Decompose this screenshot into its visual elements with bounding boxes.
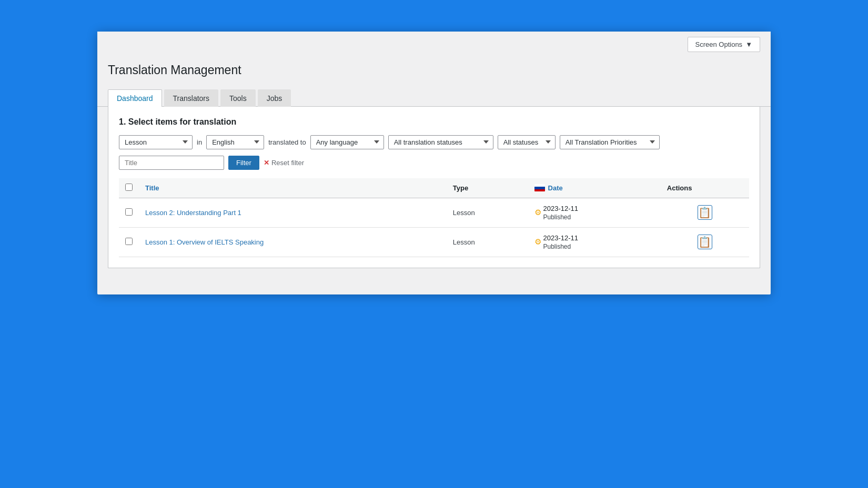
content-type-select[interactable]: Lesson — [119, 135, 193, 149]
row-status-1: Published — [543, 243, 579, 250]
row-date-1: 2023-12-11 — [543, 234, 579, 242]
row-actions-0: 📋 — [661, 198, 749, 227]
gear-status-icon-1: ⚙ — [534, 237, 541, 247]
add-translation-button-0[interactable]: 📋 — [698, 205, 712, 220]
date-column-header: Date — [528, 178, 661, 198]
screen-options-label: Screen Options — [695, 40, 743, 48]
main-content: 1. Select items for translation Lesson i… — [108, 107, 760, 268]
all-statuses-select[interactable]: All statuses — [498, 135, 556, 149]
chevron-down-icon: ▼ — [745, 40, 752, 48]
tab-jobs[interactable]: Jobs — [258, 89, 291, 107]
row-date-0: 2023-12-11 — [543, 205, 579, 212]
any-language-select[interactable]: Any language — [310, 135, 384, 149]
page-title: Translation Management — [97, 57, 771, 89]
row-checkbox-cell-1 — [119, 227, 139, 257]
section-title: 1. Select items for translation — [119, 117, 749, 127]
table-row: Lesson 2: Understanding Part 1 Lesson ⚙ … — [119, 198, 749, 227]
actions-column-header: Actions — [661, 178, 749, 198]
select-all-checkbox[interactable] — [125, 184, 133, 191]
language-select[interactable]: English — [206, 135, 264, 149]
title-column-header[interactable]: Title — [139, 178, 447, 198]
screen-options-button[interactable]: Screen Options ▼ — [688, 37, 760, 52]
row-title-0: Lesson 2: Understanding Part 1 — [139, 198, 447, 227]
in-label: in — [197, 138, 202, 146]
translated-to-label: translated to — [268, 138, 306, 146]
reset-filter-link[interactable]: ✕ Reset filter — [264, 159, 304, 167]
tab-tools[interactable]: Tools — [220, 89, 256, 107]
date-header-label: Date — [548, 184, 563, 192]
tab-dashboard[interactable]: Dashboard — [108, 89, 162, 107]
row-checkbox-0[interactable] — [125, 208, 133, 216]
select-all-header — [119, 178, 139, 198]
row-title-1: Lesson 1: Overview of IELTS Speaking — [139, 227, 447, 257]
search-row: Filter ✕ Reset filter — [119, 156, 749, 170]
row-actions-1: 📋 — [661, 227, 749, 257]
table-row: Lesson 1: Overview of IELTS Speaking Les… — [119, 227, 749, 257]
filter-button[interactable]: Filter — [228, 156, 259, 170]
row-date-cell-1: ⚙ 2023-12-11 Published — [528, 227, 661, 257]
row-type-1: Lesson — [447, 227, 528, 257]
type-column-header: Type — [447, 178, 528, 198]
add-document-icon-1: 📋 — [698, 236, 711, 248]
gear-status-icon-0: ⚙ — [534, 208, 541, 217]
translation-priorities-select[interactable]: All Translation Priorities — [560, 135, 660, 149]
table-header-row: Title Type Date Actions — [119, 178, 749, 198]
title-search-input[interactable] — [119, 156, 224, 170]
close-icon: ✕ — [264, 159, 269, 167]
filter-row: Lesson in English translated to Any lang… — [119, 135, 749, 149]
add-translation-button-1[interactable]: 📋 — [698, 235, 712, 249]
nav-tabs: Dashboard Translators Tools Jobs — [97, 89, 771, 107]
wp-admin-container: Screen Options ▼ Translation Management … — [97, 32, 771, 294]
tab-translators[interactable]: Translators — [164, 89, 219, 107]
russian-flag-icon — [534, 184, 545, 191]
row-type-0: Lesson — [447, 198, 528, 227]
screen-options-bar: Screen Options ▼ — [97, 32, 771, 57]
row-status-0: Published — [543, 214, 579, 221]
items-table: Title Type Date Actions — [119, 178, 749, 257]
row-date-cell-0: ⚙ 2023-12-11 Published — [528, 198, 661, 227]
reset-filter-label: Reset filter — [271, 159, 304, 167]
row-checkbox-1[interactable] — [125, 238, 133, 245]
row-checkbox-cell-0 — [119, 198, 139, 227]
add-document-icon-0: 📋 — [698, 206, 711, 219]
translation-status-select[interactable]: All translation statuses — [388, 135, 493, 149]
